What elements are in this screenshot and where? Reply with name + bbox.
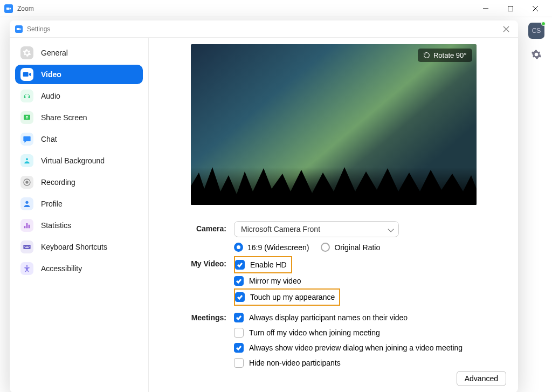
svg-rect-15 bbox=[29, 246, 29, 246]
zoom-icon bbox=[4, 4, 13, 13]
svg-rect-1 bbox=[508, 6, 513, 11]
svg-point-7 bbox=[26, 158, 28, 160]
camera-label: Camera: bbox=[158, 221, 234, 252]
minimize-button[interactable] bbox=[473, 0, 498, 17]
dialog-close-button[interactable] bbox=[500, 23, 513, 36]
maximize-button[interactable] bbox=[498, 0, 523, 17]
svg-point-10 bbox=[25, 201, 28, 204]
display-names-checkbox[interactable]: Always display participant names on thei… bbox=[234, 310, 508, 325]
svg-rect-14 bbox=[27, 246, 28, 246]
avatar[interactable]: CS bbox=[528, 23, 544, 39]
a11y-icon bbox=[20, 262, 33, 275]
avatar-initials: CS bbox=[532, 27, 541, 35]
sidebar-item-statistics[interactable]: Statistics bbox=[15, 216, 143, 235]
audio-icon bbox=[20, 90, 33, 102]
sidebar-item-profile[interactable]: Profile bbox=[15, 194, 143, 214]
settings-content: Rotate 90° Camera: Microsoft Camera Fron… bbox=[149, 38, 518, 392]
meetings-label: Meetings: bbox=[158, 310, 234, 370]
video-preview: Rotate 90° bbox=[191, 44, 477, 205]
touchup-checkbox[interactable]: Touch up my appearance bbox=[235, 290, 335, 305]
chat-icon bbox=[20, 133, 33, 146]
checkbox-icon bbox=[234, 358, 244, 368]
sidebar-item-label: Accessibility bbox=[41, 264, 82, 273]
close-button[interactable] bbox=[523, 0, 548, 17]
sidebar-item-label: Profile bbox=[41, 200, 63, 208]
sidebar-item-audio[interactable]: Audio bbox=[15, 86, 143, 106]
sidebar-item-label: Statistics bbox=[41, 221, 71, 230]
sidebar-item-label: Keyboard Shortcuts bbox=[41, 243, 107, 251]
sidebar-item-label: Audio bbox=[41, 92, 60, 100]
sidebar-item-label: Chat bbox=[41, 135, 57, 143]
hide-nonvideo-checkbox[interactable]: Hide non-video participants bbox=[234, 355, 508, 370]
rec-icon bbox=[20, 176, 33, 189]
share-icon bbox=[20, 111, 33, 124]
sidebar-item-accessibility[interactable]: Accessibility bbox=[15, 259, 143, 278]
app-title: Zoom bbox=[17, 5, 473, 12]
settings-sidebar: GeneralVideoAudioShare ScreenChatVirtual… bbox=[10, 38, 149, 392]
video-icon bbox=[20, 68, 33, 81]
status-indicator bbox=[541, 22, 546, 26]
ratio-widescreen[interactable]: 16:9 (Widescreen) bbox=[234, 243, 309, 252]
mirror-video-checkbox[interactable]: Mirror my video bbox=[234, 273, 508, 288]
turnoff-video-checkbox[interactable]: Turn off my video when joining meeting bbox=[234, 325, 508, 340]
svg-rect-11 bbox=[23, 245, 30, 249]
main-titlebar: Zoom bbox=[0, 0, 552, 17]
zoom-icon bbox=[15, 25, 23, 33]
checkbox-icon bbox=[234, 313, 244, 322]
svg-rect-16 bbox=[25, 247, 29, 248]
checkbox-icon bbox=[234, 343, 244, 353]
settings-gear-button[interactable] bbox=[530, 49, 542, 60]
sidebar-item-label: General bbox=[41, 49, 68, 57]
ratio-original[interactable]: Original Ratio bbox=[321, 243, 380, 252]
checkbox-icon bbox=[235, 292, 245, 302]
rotate-label: Rotate 90° bbox=[433, 51, 467, 59]
sidebar-item-video[interactable]: Video bbox=[15, 65, 143, 84]
sidebar-item-label: Share Screen bbox=[41, 113, 87, 122]
sidebar-item-label: Recording bbox=[41, 178, 75, 187]
advanced-button[interactable]: Advanced bbox=[457, 371, 506, 386]
sidebar-item-label: Virtual Background bbox=[41, 156, 105, 165]
checkbox-icon bbox=[234, 328, 244, 338]
camera-select[interactable]: Microsoft Camera Front bbox=[234, 221, 399, 237]
radio-icon bbox=[234, 243, 243, 252]
checkbox-icon bbox=[234, 276, 244, 286]
sidebar-item-keyboard-shortcuts[interactable]: Keyboard Shortcuts bbox=[15, 237, 143, 257]
enable-hd-checkbox[interactable]: Enable HD bbox=[235, 257, 287, 272]
svg-point-17 bbox=[26, 265, 28, 267]
sidebar-item-share-screen[interactable]: Share Screen bbox=[15, 108, 143, 127]
camera-value: Microsoft Camera Front bbox=[241, 225, 320, 233]
radio-icon bbox=[321, 243, 330, 252]
rotate-button[interactable]: Rotate 90° bbox=[418, 49, 472, 62]
myvideo-label: My Video: bbox=[158, 256, 234, 306]
settings-dialog: Settings GeneralVideoAudioShare ScreenCh… bbox=[10, 20, 518, 392]
svg-point-9 bbox=[25, 181, 28, 183]
sidebar-item-chat[interactable]: Chat bbox=[15, 129, 143, 149]
checkbox-icon bbox=[235, 260, 245, 270]
sidebar-item-virtual-background[interactable]: Virtual Background bbox=[15, 151, 143, 170]
gear-icon bbox=[20, 46, 33, 59]
sidebar-item-label: Video bbox=[41, 70, 61, 79]
stats-icon bbox=[20, 219, 33, 232]
svg-rect-13 bbox=[26, 246, 26, 246]
dialog-title: Settings bbox=[27, 25, 500, 33]
vbg-icon bbox=[20, 154, 33, 167]
sidebar-item-general[interactable]: General bbox=[15, 43, 143, 63]
kbd-icon bbox=[20, 240, 33, 253]
profile-icon bbox=[20, 197, 33, 210]
svg-rect-12 bbox=[24, 246, 25, 246]
preview-dialog-checkbox[interactable]: Always show video preview dialog when jo… bbox=[234, 340, 508, 355]
sidebar-item-recording[interactable]: Recording bbox=[15, 173, 143, 192]
